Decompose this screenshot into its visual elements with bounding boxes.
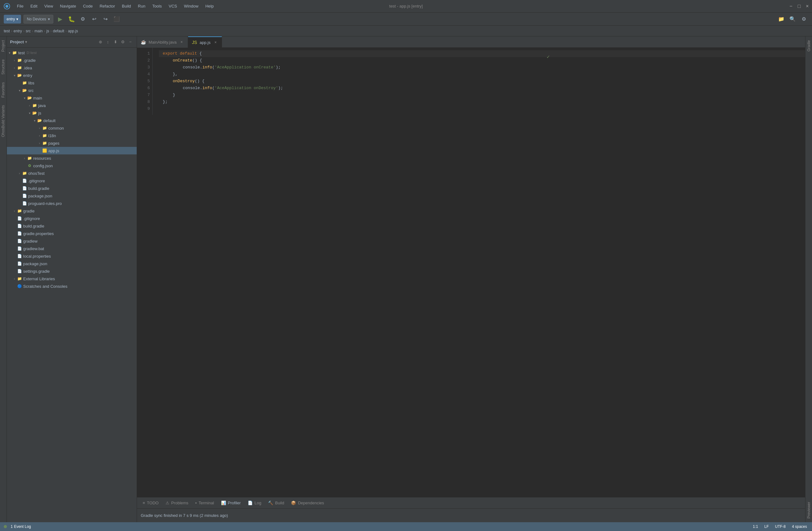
tree-item-gradle[interactable]: › 📁 .gradle xyxy=(7,56,137,64)
project-dropdown-icon[interactable]: ▾ xyxy=(25,40,27,44)
position-item[interactable]: 1:1 xyxy=(752,524,759,529)
favorites-panel-label[interactable]: Favorites xyxy=(0,79,6,101)
menu-build[interactable]: Build xyxy=(119,2,134,10)
main-layout: Project Structure Favorites OhosBuild Va… xyxy=(0,37,812,522)
breadcrumb-src[interactable]: src xyxy=(26,29,31,33)
tree-item-packagejson[interactable]: › 📄 package.json xyxy=(7,192,137,200)
project-panel-label[interactable]: Project xyxy=(0,37,6,56)
breadcrumb-main[interactable]: main xyxy=(34,29,43,33)
minimize-button[interactable]: − xyxy=(789,4,793,9)
tree-item-gitignore2[interactable]: › 📄 .gitignore xyxy=(7,215,137,222)
menu-help[interactable]: Help xyxy=(202,2,217,10)
close-button[interactable]: × xyxy=(805,4,810,9)
search-button[interactable]: 🔍 xyxy=(788,15,797,24)
tree-item-pages[interactable]: › 📁 pages xyxy=(7,139,137,147)
bottom-tab-build[interactable]: 🔨 Build xyxy=(265,499,287,507)
breadcrumb-entry[interactable]: entry xyxy=(14,29,22,33)
menu-file[interactable]: File xyxy=(14,2,27,10)
run-button[interactable]: ▶ xyxy=(56,15,64,24)
code-editor[interactable]: 1 2 3 4 5 6 7 8 9 export default { ✓ xyxy=(137,48,805,115)
tree-item-scratches[interactable]: › 🔵 Scratches and Consoles xyxy=(7,282,137,290)
tree-item-appjs[interactable]: › 🟨 app.js xyxy=(7,147,137,154)
stop-button[interactable]: ⬛ xyxy=(112,15,121,24)
tab-appjs[interactable]: JS app.js × xyxy=(188,37,222,48)
structure-panel-label[interactable]: Structure xyxy=(0,56,6,79)
tree-item-proguard[interactable]: › 📄 proguard-rules.pro xyxy=(7,200,137,207)
tree-item-i18n[interactable]: › 📁 i18n xyxy=(7,132,137,139)
breadcrumb-appjs[interactable]: app.js xyxy=(68,29,78,33)
redo-button[interactable]: ↪ xyxy=(101,15,110,24)
tree-item-config[interactable]: › ⚙ config.json xyxy=(7,162,137,169)
tree-item-src[interactable]: ▾ 📂 src xyxy=(7,87,137,94)
profile-button[interactable]: ⚙ xyxy=(78,15,87,24)
tree-item-js[interactable]: ▾ 📂 js xyxy=(7,109,137,117)
tree-item-default[interactable]: ▾ 📂 default xyxy=(7,117,137,124)
menu-vcs[interactable]: VCS xyxy=(165,2,180,10)
tree-item-idea[interactable]: › 📁 .idea xyxy=(7,64,137,72)
tab-close-appjs[interactable]: × xyxy=(213,40,218,45)
tree-item-java[interactable]: › 📁 java xyxy=(7,102,137,109)
device-selector[interactable]: No Devices ▾ xyxy=(24,15,53,24)
menu-code[interactable]: Code xyxy=(80,2,96,10)
bottom-tab-dependencies[interactable]: 📦 Dependencies xyxy=(288,499,327,507)
bottom-tab-problems[interactable]: ⚠ Problems xyxy=(162,499,191,507)
open-folder-button[interactable]: 📁 xyxy=(777,15,786,24)
menu-navigate[interactable]: Navigate xyxy=(57,2,79,10)
maximize-button[interactable]: □ xyxy=(797,4,801,9)
tree-item-extlibs[interactable]: › 📁 External Libraries xyxy=(7,275,137,282)
tree-item-gradle2[interactable]: › 📁 gradle xyxy=(7,207,137,215)
entry-selector[interactable]: entry ▾ xyxy=(4,15,21,24)
debug-button[interactable]: 🐛 xyxy=(67,15,76,24)
tree-item-resources[interactable]: › 📁 resources xyxy=(7,154,137,162)
bottom-tab-log[interactable]: 📄 Log xyxy=(245,499,265,507)
sync-button[interactable]: ↩ xyxy=(90,15,99,24)
menu-window[interactable]: Window xyxy=(181,2,202,10)
fn-ondestroy: onDestroy xyxy=(173,78,195,85)
breadcrumb-sep-5: › xyxy=(50,29,52,33)
tree-item-main[interactable]: ▾ 📂 main xyxy=(7,94,137,102)
bottom-tab-terminal[interactable]: ▪ Terminal xyxy=(192,499,217,507)
tree-item-gradleprops[interactable]: › 📄 gradle.properties xyxy=(7,230,137,237)
tree-item-gradlewbat[interactable]: › 📄 gradlew.bat xyxy=(7,245,137,252)
collapse-all-button[interactable]: ↕ xyxy=(105,39,111,45)
indent-item[interactable]: 4 spaces xyxy=(791,524,808,529)
left-activity-bar: Project Structure Favorites OhosBuild Va… xyxy=(0,37,7,522)
breadcrumb-js[interactable]: js xyxy=(46,29,49,33)
sort-button[interactable]: ⬍ xyxy=(112,39,118,45)
gradle-label[interactable]: Gradle xyxy=(806,37,812,55)
tree-item-test[interactable]: ▾ 📁 test D:\test xyxy=(7,49,137,56)
menu-refactor[interactable]: Refactor xyxy=(97,2,118,10)
menu-tools[interactable]: Tools xyxy=(149,2,165,10)
file-localprops-icon: 📄 xyxy=(17,254,22,258)
settings-button[interactable]: ⚙ xyxy=(799,15,808,24)
code-content[interactable]: export default { ✓ onCreate() { console.… xyxy=(159,48,805,115)
menu-run[interactable]: Run xyxy=(135,2,149,10)
tree-item-ohostest[interactable]: › 📁 ohosTest xyxy=(7,169,137,177)
menu-view[interactable]: View xyxy=(41,2,56,10)
tree-item-buildgradle[interactable]: › 📄 build.gradle xyxy=(7,184,137,192)
line-sep-item[interactable]: LF xyxy=(763,524,770,529)
tab-mainability[interactable]: ☕ MainAbility.java × xyxy=(137,37,188,48)
breadcrumb-test[interactable]: test xyxy=(4,29,10,33)
bottom-tab-todo[interactable]: ≡ TODO xyxy=(140,499,162,507)
tree-item-localprops[interactable]: › 📄 local.properties xyxy=(7,252,137,260)
tree-item-common[interactable]: › 📁 common xyxy=(7,124,137,132)
tree-item-libs[interactable]: › 📁 libs xyxy=(7,79,137,87)
sidebar-hide-button[interactable]: − xyxy=(127,39,133,45)
tree-item-packagejson2[interactable]: › 📄 package.json xyxy=(7,260,137,267)
previewer-label[interactable]: Previewer xyxy=(806,498,812,522)
ohobuild-panel-label[interactable]: OhosBuild Variants xyxy=(0,101,6,141)
bottom-tab-profiler[interactable]: 📊 Profiler xyxy=(218,499,244,507)
sidebar-settings-button[interactable]: ⚙ xyxy=(120,39,126,45)
tab-close-mainability[interactable]: × xyxy=(179,40,184,45)
menu-edit[interactable]: Edit xyxy=(27,2,41,10)
event-log-item[interactable]: 1 Event Log xyxy=(10,524,32,529)
tree-item-gitignore[interactable]: › 📄 .gitignore xyxy=(7,177,137,184)
tree-item-gradlew[interactable]: › 📄 gradlew xyxy=(7,237,137,245)
expand-all-button[interactable]: ⊕ xyxy=(97,39,103,45)
breadcrumb-default[interactable]: default xyxy=(53,29,64,33)
encoding-item[interactable]: UTF-8 xyxy=(774,524,787,529)
tree-item-buildgradle2[interactable]: › 📄 build.gradle xyxy=(7,222,137,230)
tree-item-entry[interactable]: ▾ 📂 entry xyxy=(7,72,137,79)
tree-item-settingsgradle[interactable]: › 📄 settings.gradle xyxy=(7,267,137,275)
